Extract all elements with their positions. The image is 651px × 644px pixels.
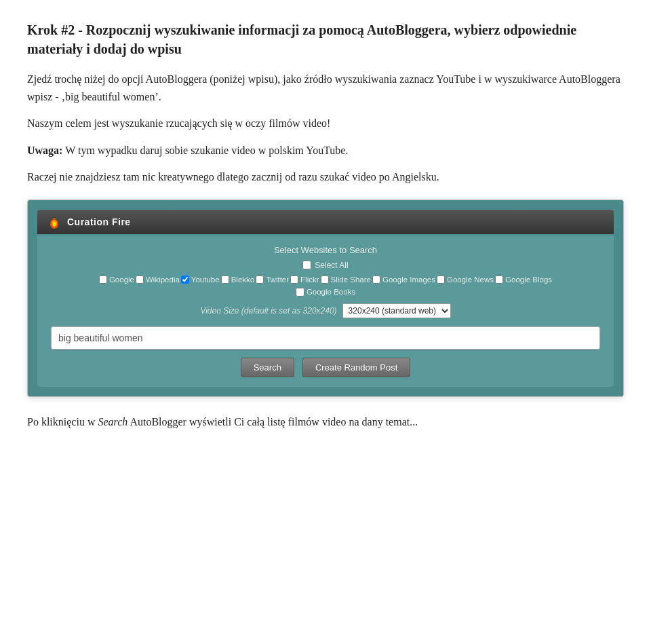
paragraph-4: Raczej nie znajdziesz tam nic kreatywneg… — [27, 168, 624, 186]
checkbox-wikipedia-label: Wikipedia — [146, 276, 180, 284]
checkbox-google-images: Google Images — [372, 276, 435, 284]
paragraph-1: Zjedź trochę niżej do opcji AutoBloggera… — [27, 71, 624, 105]
search-button[interactable]: Search — [241, 358, 294, 377]
checkbox-google-news-input[interactable] — [437, 276, 445, 284]
checkbox-wikipedia: Wikipedia — [136, 276, 180, 284]
checkbox-youtube-input[interactable] — [181, 276, 189, 284]
footer-text: Po kliknięciu w Search AutoBlogger wyświ… — [27, 413, 624, 431]
checkbox-flickr: Flickr — [290, 276, 319, 284]
checkbox-slideshare-label: Slide Share — [331, 276, 371, 284]
checkbox-google-input[interactable] — [99, 276, 107, 284]
google-books-row: Google Books — [51, 288, 600, 297]
app-body: Select Websites to Search Select All Goo… — [37, 235, 614, 387]
paragraph-3-bold: Uwaga: — [27, 145, 62, 156]
select-all-row: Select All — [51, 261, 600, 270]
curation-fire-screenshot: Curation Fire Select Websites to Search … — [27, 200, 624, 397]
video-size-row: Video Size (default is set as 320x240) 3… — [51, 303, 600, 318]
checkbox-google-blogs: Google Blogs — [495, 276, 552, 284]
checkbox-twitter-label: Twitter — [266, 276, 289, 284]
checkbox-youtube: Youtube — [181, 276, 220, 284]
footer-text-prefix: Po kliknięciu w — [27, 416, 98, 428]
checkbox-google-images-input[interactable] — [372, 276, 380, 284]
select-all-checkbox[interactable] — [302, 261, 311, 269]
checkbox-youtube-label: Youtube — [191, 276, 220, 284]
checkbox-slideshare: Slide Share — [321, 276, 371, 284]
select-websites-label: Select Websites to Search — [51, 245, 600, 255]
checkbox-google-blogs-label: Google Blogs — [505, 276, 552, 284]
checkbox-google: Google — [99, 276, 134, 284]
create-random-post-button[interactable]: Create Random Post — [302, 358, 410, 377]
checkbox-google-books-label: Google Books — [307, 288, 355, 296]
video-size-label: Video Size (default is set as 320x240) — [200, 306, 336, 316]
checkbox-blekko: Blekko — [221, 276, 255, 284]
checkbox-google-blogs-input[interactable] — [495, 276, 503, 284]
paragraph-3-rest: W tym wypadku daruj sobie szukanie video… — [62, 145, 348, 156]
paragraph-3: Uwaga: W tym wypadku daruj sobie szukani… — [27, 142, 624, 159]
search-input-row — [51, 326, 600, 349]
checkboxes-row: Google Wikipedia Youtube Blekko Twitter … — [51, 276, 600, 284]
buttons-row: Search Create Random Post — [51, 358, 600, 377]
select-all-label: Select All — [315, 261, 348, 270]
checkbox-blekko-input[interactable] — [221, 276, 229, 284]
page-heading: Krok #2 - Rozpocznij wyszukiwanie inform… — [27, 20, 624, 58]
svg-point-2 — [53, 221, 56, 226]
checkbox-twitter: Twitter — [256, 276, 289, 284]
curation-fire-icon — [47, 214, 62, 229]
app-header: Curation Fire — [37, 210, 614, 234]
search-input[interactable] — [51, 326, 600, 349]
footer-text-italic: Search — [98, 416, 127, 428]
checkbox-flickr-label: Flickr — [300, 276, 319, 284]
checkbox-google-news: Google News — [437, 276, 494, 284]
checkbox-google-news-label: Google News — [447, 276, 494, 284]
checkbox-google-images-label: Google Images — [382, 276, 435, 284]
checkbox-google-label: Google — [109, 276, 134, 284]
video-size-select[interactable]: 320x240 (standard web) — [342, 303, 451, 318]
footer-text-suffix: AutoBlogger wyświetli Ci całą listę film… — [127, 416, 418, 428]
checkbox-wikipedia-input[interactable] — [136, 276, 144, 284]
paragraph-2: Naszym celem jest wyszukanie rzucających… — [27, 115, 624, 132]
checkbox-twitter-input[interactable] — [256, 276, 264, 284]
checkbox-blekko-label: Blekko — [231, 276, 255, 284]
app-title: Curation Fire — [67, 216, 131, 227]
checkbox-slideshare-input[interactable] — [321, 276, 329, 284]
checkbox-google-books-input[interactable] — [296, 288, 304, 297]
checkbox-flickr-input[interactable] — [290, 276, 298, 284]
